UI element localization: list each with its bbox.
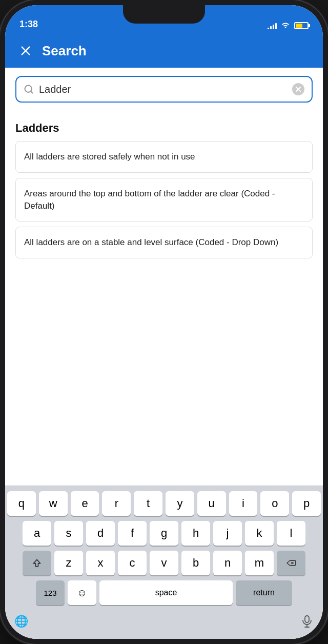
results-category: Ladders — [15, 122, 313, 135]
key-j[interactable]: j — [213, 521, 242, 546]
key-g[interactable]: g — [150, 521, 178, 546]
clear-button[interactable] — [292, 83, 304, 95]
svg-rect-8 — [305, 616, 309, 622]
search-area — [5, 68, 323, 111]
phone-frame: 1:38 — [0, 0, 328, 644]
globe-key[interactable]: 🌐 — [9, 610, 33, 633]
key-e[interactable]: e — [71, 491, 99, 516]
key-h[interactable]: h — [181, 521, 210, 546]
key-m[interactable]: m — [245, 551, 274, 575]
search-input[interactable] — [39, 84, 287, 95]
keyboard-row-bottom: 123 ☺ space return — [7, 580, 321, 605]
signal-icon — [268, 22, 277, 29]
key-r[interactable]: r — [102, 491, 131, 516]
shift-key[interactable] — [23, 551, 51, 575]
key-b[interactable]: b — [181, 551, 210, 575]
key-p[interactable]: p — [292, 491, 321, 516]
key-q[interactable]: q — [7, 491, 36, 516]
key-i[interactable]: i — [229, 491, 258, 516]
keyboard: q w e r t y u i o p a s d f g h j k — [5, 486, 323, 639]
result-item-text-1: All ladders are stored safely when not i… — [24, 152, 195, 162]
delete-key[interactable] — [277, 551, 305, 575]
key-y[interactable]: y — [166, 491, 194, 516]
key-f[interactable]: f — [118, 521, 147, 546]
key-n[interactable]: n — [213, 551, 242, 575]
key-s[interactable]: s — [54, 521, 83, 546]
notch — [123, 5, 205, 24]
header-title: Search — [42, 43, 87, 59]
mic-key[interactable] — [295, 610, 319, 633]
result-item-text-3: All ladders are on a stable and level su… — [24, 237, 278, 247]
key-c[interactable]: c — [118, 551, 147, 575]
result-item-3[interactable]: All ladders are on a stable and level su… — [15, 227, 313, 258]
close-button[interactable] — [17, 43, 34, 59]
keyboard-row-2: a s d f g h j k l — [7, 521, 321, 546]
key-v[interactable]: v — [150, 551, 178, 575]
space-key[interactable]: space — [99, 580, 233, 605]
search-input-wrapper — [15, 76, 313, 103]
phone-screen: 1:38 — [5, 5, 323, 639]
numbers-key[interactable]: 123 — [36, 580, 65, 605]
key-u[interactable]: u — [197, 491, 226, 516]
status-icons — [268, 21, 309, 30]
wifi-icon — [281, 21, 290, 30]
key-l[interactable]: l — [277, 521, 305, 546]
keyboard-accessory-row: 🌐 — [7, 610, 321, 633]
svg-line-3 — [31, 91, 33, 93]
key-w[interactable]: w — [39, 491, 68, 516]
key-a[interactable]: a — [23, 521, 51, 546]
key-t[interactable]: t — [134, 491, 162, 516]
header: Search — [5, 34, 323, 68]
key-x[interactable]: x — [86, 551, 115, 575]
result-item-1[interactable]: All ladders are stored safely when not i… — [15, 141, 313, 173]
key-d[interactable]: d — [86, 521, 115, 546]
search-icon — [24, 84, 34, 94]
battery-icon — [294, 22, 309, 29]
return-key[interactable]: return — [236, 580, 292, 605]
key-k[interactable]: k — [245, 521, 274, 546]
keyboard-row-1: q w e r t y u i o p — [7, 491, 321, 516]
key-o[interactable]: o — [260, 491, 289, 516]
status-bar: 1:38 — [5, 5, 323, 34]
battery-fill — [296, 24, 302, 28]
emoji-key[interactable]: ☺ — [68, 580, 96, 605]
result-item-text-2: Areas around the top and bottom of the l… — [24, 189, 275, 211]
keyboard-row-3: z x c v b n m — [7, 551, 321, 575]
key-z[interactable]: z — [54, 551, 83, 575]
result-item-2[interactable]: Areas around the top and bottom of the l… — [15, 178, 313, 222]
